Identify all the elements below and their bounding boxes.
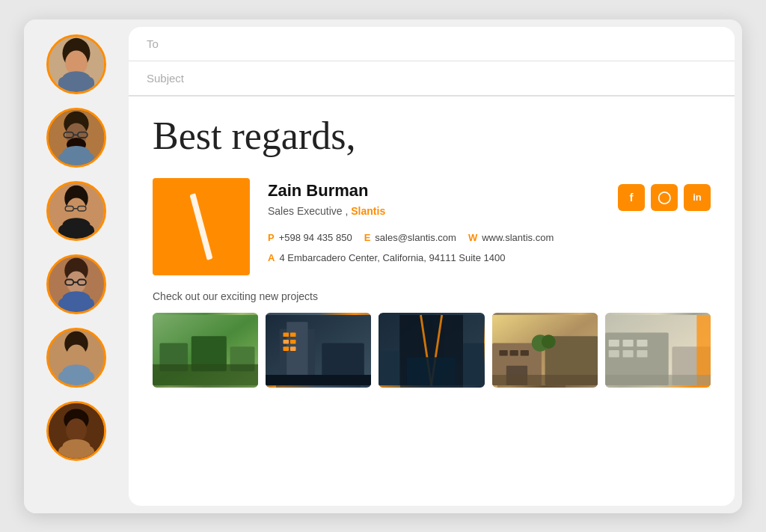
email-client: To Subject Best regards, — [24, 19, 742, 513]
svg-rect-64 — [492, 343, 542, 385]
svg-rect-81 — [637, 350, 647, 357]
address-label: A — [268, 249, 275, 266]
svg-point-4 — [63, 71, 91, 85]
web-value: www.slantis.com — [482, 229, 554, 246]
to-field-row: To — [129, 27, 735, 61]
instagram-icon: ◯ — [658, 190, 671, 204]
svg-rect-69 — [506, 365, 527, 385]
subject-label: Subject — [147, 72, 199, 85]
svg-point-32 — [67, 344, 86, 367]
svg-rect-78 — [637, 340, 647, 346]
project-image-4 — [492, 313, 598, 388]
project-image-5 — [605, 313, 711, 388]
svg-rect-52 — [284, 346, 289, 351]
email-body: Best regards, Zain Burman Sales Executiv… — [129, 97, 735, 506]
svg-point-29 — [63, 291, 91, 305]
svg-rect-76 — [609, 340, 619, 346]
signature-block: Zain Burman Sales Executive , Slantis P … — [153, 178, 711, 275]
sig-title-text: Sales Executive , — [268, 205, 348, 217]
svg-rect-68 — [520, 350, 528, 356]
svg-rect-49 — [290, 332, 296, 337]
avatar-1[interactable] — [46, 34, 106, 94]
sig-info: Zain Burman Sales Executive , Slantis P … — [268, 178, 618, 270]
svg-rect-83 — [605, 375, 711, 385]
sig-name: Zain Burman — [268, 181, 618, 201]
avatar-5[interactable] — [46, 328, 106, 388]
email-value: sales@slantis.com — [375, 229, 456, 246]
sig-email-item: E sales@slantis.com — [364, 229, 456, 246]
svg-point-72 — [542, 334, 556, 349]
svg-rect-55 — [266, 375, 371, 385]
avatar-4[interactable] — [46, 254, 106, 314]
sidebar — [24, 19, 129, 513]
phone-label: P — [268, 229, 275, 246]
svg-rect-61 — [463, 343, 484, 385]
svg-rect-60 — [379, 350, 399, 385]
svg-rect-80 — [622, 350, 633, 357]
company-logo — [153, 178, 250, 275]
svg-rect-51 — [290, 340, 296, 344]
avatar-6[interactable] — [46, 401, 106, 461]
phone-value: +598 94 435 850 — [279, 229, 352, 246]
subject-field-row: Subject — [129, 61, 735, 96]
logo-slash — [190, 193, 213, 260]
svg-rect-75 — [672, 346, 711, 385]
svg-rect-70 — [492, 375, 598, 385]
svg-rect-48 — [284, 332, 289, 337]
svg-rect-66 — [499, 350, 507, 356]
sig-title: Sales Executive , Slantis — [268, 205, 618, 217]
svg-point-21 — [63, 218, 91, 232]
to-label: To — [147, 37, 199, 50]
svg-rect-65 — [545, 336, 598, 385]
email-main: To Subject Best regards, — [129, 27, 735, 506]
email-label: E — [364, 229, 371, 246]
svg-rect-42 — [192, 336, 227, 371]
svg-rect-67 — [509, 350, 518, 356]
sig-contact-row2: A 4 Embarcadero Center, California, 9411… — [268, 249, 618, 266]
svg-rect-47 — [287, 322, 307, 382]
svg-point-13 — [63, 146, 91, 160]
svg-rect-50 — [284, 340, 289, 344]
svg-rect-82 — [696, 315, 711, 385]
svg-point-37 — [66, 418, 87, 441]
sig-company: Slantis — [351, 205, 385, 217]
svg-rect-45 — [266, 315, 371, 385]
greeting-text: Best regards, — [153, 114, 711, 157]
facebook-button[interactable]: f — [618, 184, 645, 211]
email-header: To Subject — [129, 27, 735, 97]
projects-images — [153, 313, 711, 388]
linkedin-icon: in — [693, 192, 702, 203]
svg-rect-44 — [153, 364, 258, 385]
to-input[interactable] — [199, 37, 717, 50]
svg-rect-41 — [159, 343, 188, 371]
subject-input[interactable] — [199, 72, 717, 85]
linkedin-button[interactable]: in — [684, 184, 711, 211]
avatar-3[interactable] — [46, 181, 106, 241]
svg-rect-40 — [153, 315, 258, 385]
sig-web-item: W www.slantis.com — [468, 229, 554, 246]
svg-rect-73 — [605, 315, 711, 385]
social-icons: f ◯ in — [618, 178, 711, 211]
facebook-icon: f — [630, 191, 634, 204]
svg-rect-57 — [400, 315, 464, 385]
svg-rect-77 — [622, 340, 633, 346]
svg-rect-54 — [322, 343, 364, 385]
svg-point-34 — [63, 364, 91, 379]
instagram-button[interactable]: ◯ — [651, 184, 678, 211]
sig-phone-item: P +598 94 435 850 — [268, 229, 352, 246]
svg-rect-63 — [492, 315, 598, 385]
svg-point-39 — [63, 439, 91, 453]
project-image-3 — [379, 313, 484, 388]
sig-info-row: Zain Burman Sales Executive , Slantis P … — [268, 178, 711, 270]
sig-address-item: A 4 Embarcadero Center, California, 9411… — [268, 249, 505, 266]
svg-rect-62 — [407, 357, 456, 385]
svg-rect-43 — [230, 346, 255, 371]
project-image-2 — [266, 313, 371, 388]
projects-label: Check out our exciting new projects — [153, 290, 711, 302]
svg-rect-79 — [609, 350, 619, 357]
sig-contact: P +598 94 435 850 E sales@slantis.com W — [268, 229, 618, 267]
sig-contact-row1: P +598 94 435 850 E sales@slantis.com W — [268, 229, 618, 246]
avatar-2[interactable] — [46, 108, 106, 168]
web-label: W — [468, 229, 477, 246]
address-value: 4 Embarcadero Center, California, 94111 … — [279, 249, 505, 266]
